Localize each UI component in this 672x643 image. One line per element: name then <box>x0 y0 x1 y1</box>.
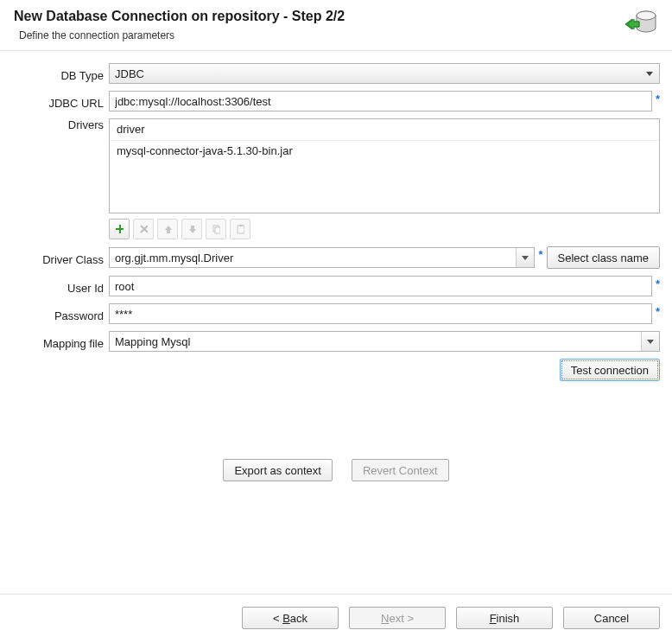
jdbc-url-input[interactable] <box>109 91 652 111</box>
wizard-header: New Database Connection on repository - … <box>0 0 672 51</box>
drivers-toolbar <box>109 219 660 239</box>
label-jdbc-url: JDBC URL <box>48 93 104 110</box>
next-button[interactable]: Next > <box>349 607 446 629</box>
export-as-context-button[interactable]: Export as context <box>223 459 332 481</box>
user-id-row: * <box>109 276 660 296</box>
password-row: * <box>109 303 660 324</box>
label-user-id: User Id <box>67 278 104 295</box>
page-subtitle: Define the connection parameters <box>14 29 345 41</box>
paste-button[interactable] <box>230 219 250 239</box>
required-indicator: * <box>656 92 660 105</box>
svg-point-1 <box>637 11 656 20</box>
paste-icon <box>236 224 244 234</box>
remove-driver-button[interactable] <box>133 219 154 239</box>
required-indicator: * <box>656 277 660 290</box>
test-connection-button[interactable]: Test connection <box>560 359 660 381</box>
label-password: Password <box>54 306 104 322</box>
cancel-button[interactable]: Cancel <box>563 607 660 629</box>
password-input[interactable] <box>109 303 652 324</box>
drivers-area: driver mysql-connector-java-5.1.30-bin.j… <box>109 118 660 239</box>
select-class-name-button[interactable]: Select class name <box>547 246 661 269</box>
test-connection-row: Test connection <box>12 359 660 381</box>
mnemonic-letter: N <box>381 612 389 625</box>
required-indicator: * <box>656 305 660 318</box>
label-mapping-file: Mapping file <box>43 334 104 350</box>
wizard-dialog: New Database Connection on repository - … <box>0 0 672 643</box>
arrow-down-icon <box>187 224 196 234</box>
mnemonic-letter: F <box>490 612 497 625</box>
user-id-input[interactable] <box>109 276 652 296</box>
move-down-button[interactable] <box>181 219 202 239</box>
svg-rect-7 <box>239 225 243 226</box>
drivers-list[interactable]: driver mysql-connector-java-5.1.30-bin.j… <box>109 118 660 213</box>
mapping-file-combo-wrap <box>109 331 660 352</box>
jdbc-url-row: * <box>109 91 660 111</box>
move-up-button[interactable] <box>157 219 178 239</box>
revert-context-button[interactable]: Revert Context <box>352 459 449 481</box>
db-type-select-wrap: JDBC <box>109 63 660 84</box>
driver-item[interactable]: mysql-connector-java-5.1.30-bin.jar <box>110 140 659 162</box>
context-buttons-row: Export as context Revert Context <box>12 459 660 481</box>
driver-class-combo[interactable] <box>109 247 535 268</box>
label-driver-class: Driver Class <box>42 250 104 266</box>
page-title: New Database Connection on repository - … <box>14 9 345 24</box>
svg-rect-6 <box>238 226 244 233</box>
wizard-body: DB Type JDBC JDBC URL * Drivers driver m… <box>0 51 672 594</box>
driver-item[interactable]: driver <box>110 119 659 140</box>
plus-icon <box>115 224 124 234</box>
driver-class-row: * Select class name <box>109 246 660 269</box>
mapping-file-combo[interactable] <box>109 331 660 352</box>
driver-class-combo-wrap <box>109 247 535 268</box>
copy-icon <box>212 224 220 234</box>
label-drivers: Drivers <box>68 118 104 131</box>
wizard-header-text: New Database Connection on repository - … <box>14 9 345 41</box>
back-button[interactable]: < Back <box>242 607 339 629</box>
cross-icon <box>139 224 148 234</box>
mnemonic-letter: B <box>282 612 290 625</box>
db-type-select[interactable]: JDBC <box>109 63 660 84</box>
required-indicator: * <box>538 248 542 261</box>
copy-button[interactable] <box>206 219 226 239</box>
svg-rect-5 <box>215 227 220 233</box>
label-db-type: DB Type <box>60 66 104 82</box>
arrow-up-icon <box>163 224 172 234</box>
wizard-footer: < Back Next > Finish Cancel <box>0 594 672 643</box>
finish-button[interactable]: Finish <box>456 607 553 629</box>
database-icon <box>624 9 658 40</box>
add-driver-button[interactable] <box>109 219 130 239</box>
connection-form: DB Type JDBC JDBC URL * Drivers driver m… <box>12 63 660 352</box>
svg-rect-3 <box>116 228 124 230</box>
